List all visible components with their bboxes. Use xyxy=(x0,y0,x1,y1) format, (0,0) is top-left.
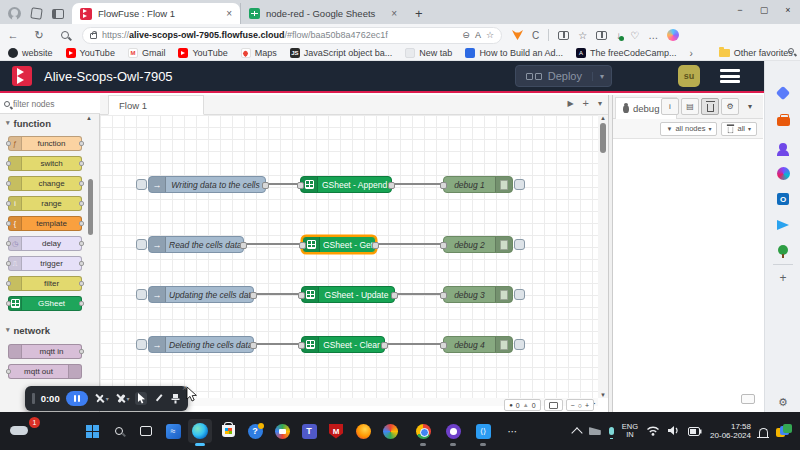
debug-node[interactable]: debug 2 xyxy=(443,236,513,253)
flow-grid[interactable]: →Writing data to the cells GSheet - Appe… xyxy=(100,115,598,398)
flowfuse-logo[interactable] xyxy=(12,66,32,86)
photos-icon[interactable] xyxy=(378,419,402,443)
designer-icon[interactable] xyxy=(775,165,791,181)
zoom-controls[interactable]: −○+ xyxy=(566,399,594,411)
output-port[interactable] xyxy=(372,242,379,249)
info-tab-button[interactable]: i xyxy=(661,98,679,115)
eraser-tool-icon[interactable] xyxy=(170,390,181,408)
read-aloud-icon[interactable]: A xyxy=(475,30,481,40)
minimize-button[interactable]: − xyxy=(728,0,752,22)
debug-toggle-button[interactable] xyxy=(514,339,525,350)
canvas-vscrollbar[interactable]: ▲ ▼ xyxy=(598,115,608,398)
pencil-tool-icon[interactable] xyxy=(153,390,164,408)
palette-node-delay[interactable]: ◷delay xyxy=(8,236,82,251)
scrollbar-thumb[interactable] xyxy=(600,123,606,153)
show-desktop-widget-icon[interactable] xyxy=(776,424,792,438)
games-person-icon[interactable] xyxy=(775,139,791,155)
gsheet-node-selected[interactable]: GSheet - Get xyxy=(302,236,376,253)
extension-c-icon[interactable]: C xyxy=(532,30,539,41)
input-port[interactable] xyxy=(440,292,447,299)
inject-node[interactable]: →Writing data to the cells xyxy=(148,176,266,193)
restore-button[interactable]: ▢ xyxy=(752,0,776,22)
cursor-tool-icon[interactable] xyxy=(135,392,147,405)
drag-handle[interactable] xyxy=(32,393,35,404)
taskbar-search-icon[interactable] xyxy=(107,419,131,443)
debug-toggle-button[interactable] xyxy=(514,179,525,190)
toolbox-icon[interactable] xyxy=(775,113,791,129)
screen-recorder-toolbar[interactable]: 0:00 ▾ ▾ xyxy=(25,386,188,411)
camera-app-icon[interactable] xyxy=(270,419,294,443)
zoom-reset-button[interactable]: ○ xyxy=(578,402,582,409)
downloads-icon[interactable]: ↓ xyxy=(616,30,621,41)
search-icon[interactable] xyxy=(61,31,69,39)
input-port[interactable] xyxy=(298,342,305,349)
zoom-out-button[interactable]: − xyxy=(571,402,575,409)
filter-nodes-button[interactable]: ▼all nodes▾ xyxy=(660,122,717,136)
input-port[interactable] xyxy=(298,292,305,299)
browser-profile-icon[interactable] xyxy=(8,7,21,20)
console-toggle-icon[interactable] xyxy=(741,394,755,404)
palette-node-switch[interactable]: switch xyxy=(8,156,82,171)
bookmark-item[interactable]: MGmail xyxy=(128,48,166,58)
bookmark-item[interactable]: website xyxy=(8,48,53,58)
output-port[interactable] xyxy=(388,182,395,189)
bookmark-item[interactable]: JSJavaScript object ba... xyxy=(290,48,393,58)
input-port[interactable] xyxy=(440,342,447,349)
debug-toggle-button[interactable] xyxy=(514,239,525,250)
gsheet-node[interactable]: GSheet - Clear xyxy=(301,336,385,353)
gsheet-node[interactable]: GSheet - Update xyxy=(301,286,395,303)
address-bar[interactable]: https://alive-scops-owl-7905.flowfuse.cl… xyxy=(82,27,502,44)
clock[interactable]: 17:5820-06-2024 xyxy=(710,422,751,440)
settings-more-icon[interactable]: … xyxy=(648,30,658,41)
main-menu-icon[interactable] xyxy=(720,69,740,83)
output-port[interactable] xyxy=(250,292,257,299)
close-window-button[interactable]: × xyxy=(776,0,800,22)
task-view-icon[interactable] xyxy=(134,419,158,443)
bookmark-item[interactable]: New tab xyxy=(405,48,452,58)
inject-node[interactable]: →Read the cells data xyxy=(148,236,244,253)
tab-close-icon[interactable]: × xyxy=(391,8,397,19)
bookmark-item[interactable]: YouTube xyxy=(66,48,115,58)
new-tab-button[interactable]: + xyxy=(405,6,433,24)
palette-node-mqtt-in[interactable]: mqtt in xyxy=(8,344,82,359)
wifi-icon[interactable] xyxy=(646,422,660,440)
language-indicator[interactable]: ENGIN xyxy=(622,423,638,439)
pen-disabled-icon[interactable] xyxy=(94,393,104,404)
browser-essentials-icon[interactable]: ♡ xyxy=(630,30,639,41)
scroll-up-icon[interactable]: ▲ xyxy=(598,115,608,121)
notifications-bell-icon[interactable] xyxy=(759,428,768,437)
add-sidebar-app-button[interactable]: + xyxy=(775,270,791,286)
tab-actions-icon[interactable] xyxy=(52,9,64,19)
deploy-button[interactable]: Deploy ▾ xyxy=(515,65,612,87)
notice-counters[interactable]: ●0▲0 xyxy=(504,399,540,411)
debug-node[interactable]: debug 3 xyxy=(443,286,513,303)
palette-node-trigger[interactable]: ⎍trigger xyxy=(8,256,82,271)
edge-icon[interactable] xyxy=(188,419,212,443)
scrollbar-thumb[interactable] xyxy=(88,179,93,235)
palette-node-range[interactable]: irange xyxy=(8,196,82,211)
volume-icon[interactable] xyxy=(668,422,680,440)
highlighter-disabled-icon[interactable] xyxy=(115,393,125,404)
github-desktop-icon[interactable] xyxy=(441,419,465,443)
chrome-icon[interactable] xyxy=(411,419,435,443)
other-favorites-button[interactable]: Other favorites xyxy=(719,48,793,58)
taskbar-overflow-icon[interactable]: ⋯ xyxy=(501,419,525,443)
microsoft-store-icon[interactable] xyxy=(216,419,240,443)
shopping-tag-icon[interactable] xyxy=(775,85,791,101)
teams-icon[interactable]: T xyxy=(297,419,321,443)
hidden-icons-chevron[interactable] xyxy=(571,427,582,438)
tab-close-icon[interactable]: × xyxy=(226,8,232,19)
copilot-icon[interactable] xyxy=(667,29,679,41)
palette-search[interactable] xyxy=(0,95,100,114)
output-port[interactable] xyxy=(391,292,398,299)
clear-messages-button[interactable]: all▾ xyxy=(721,122,757,136)
get-help-icon[interactable]: ? xyxy=(243,419,267,443)
debug-message-list[interactable] xyxy=(613,139,763,412)
bookmarks-overflow-icon[interactable]: › xyxy=(689,48,692,59)
bookmark-item[interactable]: Maps xyxy=(241,48,277,58)
vscode-icon[interactable]: ⟨⟩ xyxy=(471,419,495,443)
display-tray-icon[interactable] xyxy=(589,427,601,435)
workspaces-icon[interactable] xyxy=(30,7,42,19)
microphone-tray-icon[interactable] xyxy=(609,427,614,435)
palette-node-mqtt-out[interactable]: mqtt out xyxy=(8,364,82,379)
